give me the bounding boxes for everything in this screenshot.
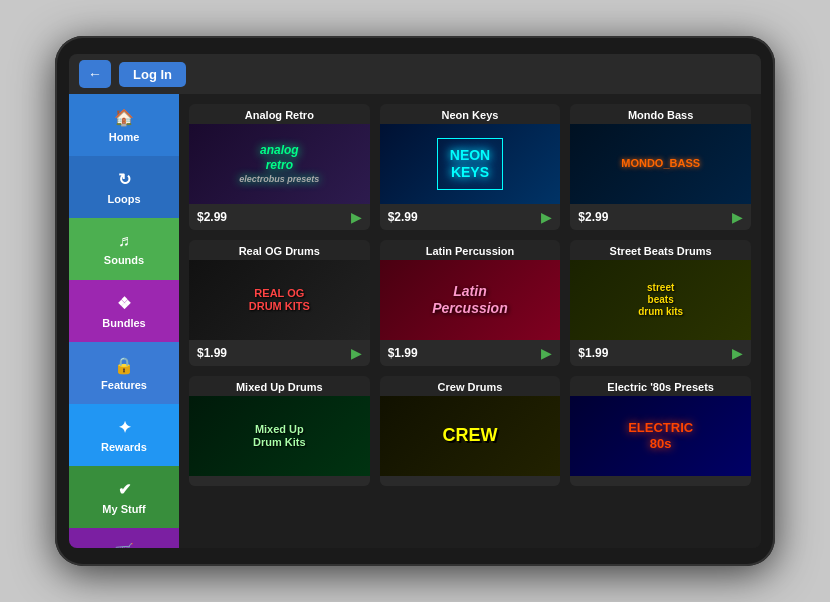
product-image-mondo-bass: MONDO_BASS: [570, 124, 751, 204]
products-container[interactable]: Analog Retro analogretroelectrobus prese…: [179, 94, 761, 548]
cart-icon: 🛒: [114, 542, 134, 549]
play-button-analog-retro[interactable]: ▶: [351, 209, 362, 225]
product-title-analog-retro: Analog Retro: [189, 104, 370, 124]
sidebar-item-mystuff-label: My Stuff: [102, 503, 145, 515]
bundles-icon: ❖: [117, 294, 131, 313]
product-img-text-analog-retro: analogretroelectrobus presets: [234, 138, 324, 190]
sidebar-item-mystuff[interactable]: ✔ My Stuff: [69, 466, 179, 528]
product-image-mixed-up-drums: Mixed UpDrum Kits: [189, 396, 370, 476]
product-image-street-beats: streetbeatsdrum kits: [570, 260, 751, 340]
sidebar-item-sounds-label: Sounds: [104, 254, 144, 266]
product-footer-analog-retro: $2.99 ▶: [189, 204, 370, 230]
play-button-real-og-drums[interactable]: ▶: [351, 345, 362, 361]
product-card-neon-keys[interactable]: Neon Keys NEONKEYS $2.99 ▶: [380, 104, 561, 230]
product-card-street-beats[interactable]: Street Beats Drums streetbeatsdrum kits …: [570, 240, 751, 366]
product-title-mondo-bass: Mondo Bass: [570, 104, 751, 124]
product-price-latin-percussion: $1.99: [388, 346, 418, 360]
top-bar: ← Log In: [69, 54, 761, 94]
product-image-latin-percussion: LatinPercussion: [380, 260, 561, 340]
product-title-street-beats: Street Beats Drums: [570, 240, 751, 260]
loops-icon: ↻: [118, 170, 131, 189]
sidebar-item-features-label: Features: [101, 379, 147, 391]
sidebar-item-rewards-label: Rewards: [101, 441, 147, 453]
product-image-neon-keys: NEONKEYS: [380, 124, 561, 204]
product-img-text-crew-drums: CREW: [437, 420, 502, 452]
tablet-device: ← Log In 🏠 Home ↻ Loops ♬ Sounds: [55, 36, 775, 566]
product-image-electric-80s: ELECTRIC80s: [570, 396, 751, 476]
product-img-text-neon-keys: NEONKEYS: [437, 138, 503, 190]
back-icon: ←: [88, 66, 102, 82]
home-icon: 🏠: [114, 108, 134, 127]
product-img-text-latin-percussion: LatinPercussion: [427, 278, 512, 322]
sidebar-item-home[interactable]: 🏠 Home: [69, 94, 179, 156]
product-footer-latin-percussion: $1.99 ▶: [380, 340, 561, 366]
product-title-crew-drums: Crew Drums: [380, 376, 561, 396]
sounds-icon: ♬: [118, 232, 130, 250]
product-title-mixed-up-drums: Mixed Up Drums: [189, 376, 370, 396]
product-img-text-electric-80s: ELECTRIC80s: [623, 415, 698, 456]
product-img-text-mixed-up-drums: Mixed UpDrum Kits: [248, 418, 311, 454]
sidebar-item-loops[interactable]: ↻ Loops: [69, 156, 179, 218]
product-footer-mixed-up-drums: [189, 476, 370, 486]
sidebar-item-home-label: Home: [109, 131, 140, 143]
products-grid: Analog Retro analogretroelectrobus prese…: [189, 104, 751, 486]
product-price-street-beats: $1.99: [578, 346, 608, 360]
product-footer-real-og-drums: $1.99 ▶: [189, 340, 370, 366]
product-footer-street-beats: $1.99 ▶: [570, 340, 751, 366]
main-area: 🏠 Home ↻ Loops ♬ Sounds ❖ Bundles 🔒: [69, 94, 761, 548]
sidebar-item-features[interactable]: 🔒 Features: [69, 342, 179, 404]
sidebar-item-rewards[interactable]: ✦ Rewards: [69, 404, 179, 466]
product-img-text-real-og-drums: REAL OGDRUM KITS: [244, 282, 315, 318]
product-price-mondo-bass: $2.99: [578, 210, 608, 224]
product-card-latin-percussion[interactable]: Latin Percussion LatinPercussion $1.99 ▶: [380, 240, 561, 366]
product-footer-neon-keys: $2.99 ▶: [380, 204, 561, 230]
mystuff-icon: ✔: [118, 480, 131, 499]
product-card-mondo-bass[interactable]: Mondo Bass MONDO_BASS $2.99 ▶: [570, 104, 751, 230]
tablet-screen: ← Log In 🏠 Home ↻ Loops ♬ Sounds: [69, 54, 761, 548]
sidebar-item-cart[interactable]: 🛒 Cart: [69, 528, 179, 548]
product-card-mixed-up-drums[interactable]: Mixed Up Drums Mixed UpDrum Kits: [189, 376, 370, 486]
play-button-street-beats[interactable]: ▶: [732, 345, 743, 361]
sidebar-item-loops-label: Loops: [108, 193, 141, 205]
product-card-real-og-drums[interactable]: Real OG Drums REAL OGDRUM KITS $1.99 ▶: [189, 240, 370, 366]
product-price-analog-retro: $2.99: [197, 210, 227, 224]
product-title-real-og-drums: Real OG Drums: [189, 240, 370, 260]
login-button[interactable]: Log In: [119, 62, 186, 87]
product-footer-mondo-bass: $2.99 ▶: [570, 204, 751, 230]
login-label: Log In: [133, 67, 172, 82]
product-title-electric-80s: Electric '80s Presets: [570, 376, 751, 396]
product-card-analog-retro[interactable]: Analog Retro analogretroelectrobus prese…: [189, 104, 370, 230]
features-icon: 🔒: [114, 356, 134, 375]
product-card-crew-drums[interactable]: Crew Drums CREW: [380, 376, 561, 486]
play-button-latin-percussion[interactable]: ▶: [541, 345, 552, 361]
back-button[interactable]: ←: [79, 60, 111, 88]
rewards-icon: ✦: [118, 418, 131, 437]
product-footer-crew-drums: [380, 476, 561, 486]
product-title-latin-percussion: Latin Percussion: [380, 240, 561, 260]
product-img-text-street-beats: streetbeatsdrum kits: [633, 277, 688, 323]
product-price-neon-keys: $2.99: [388, 210, 418, 224]
product-image-real-og-drums: REAL OGDRUM KITS: [189, 260, 370, 340]
sidebar-item-bundles[interactable]: ❖ Bundles: [69, 280, 179, 342]
play-button-neon-keys[interactable]: ▶: [541, 209, 552, 225]
sidebar-item-sounds[interactable]: ♬ Sounds: [69, 218, 179, 280]
play-button-mondo-bass[interactable]: ▶: [732, 209, 743, 225]
sidebar-item-bundles-label: Bundles: [102, 317, 145, 329]
sidebar: 🏠 Home ↻ Loops ♬ Sounds ❖ Bundles 🔒: [69, 94, 179, 548]
product-title-neon-keys: Neon Keys: [380, 104, 561, 124]
product-img-text-mondo-bass: MONDO_BASS: [616, 152, 705, 175]
product-image-crew-drums: CREW: [380, 396, 561, 476]
product-price-real-og-drums: $1.99: [197, 346, 227, 360]
product-card-electric-80s[interactable]: Electric '80s Presets ELECTRIC80s: [570, 376, 751, 486]
product-footer-electric-80s: [570, 476, 751, 486]
content-area: Analog Retro analogretroelectrobus prese…: [179, 94, 761, 548]
product-image-analog-retro: analogretroelectrobus presets: [189, 124, 370, 204]
